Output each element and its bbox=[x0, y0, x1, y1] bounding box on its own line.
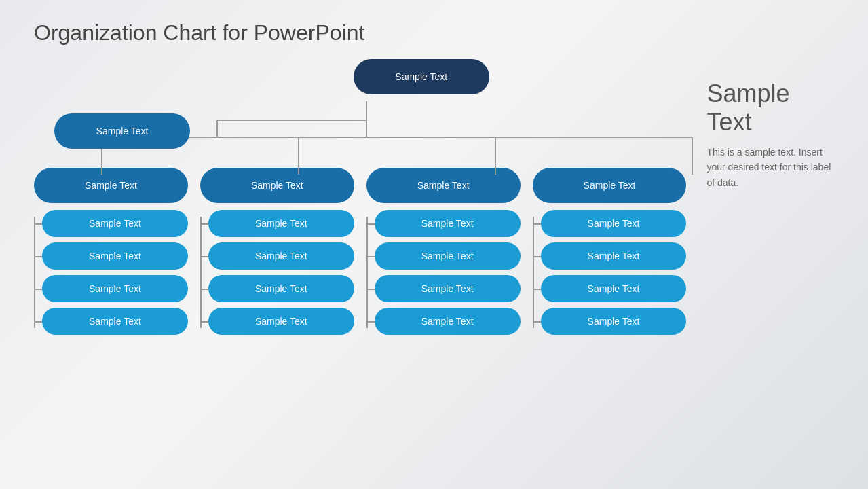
col-1-item-1[interactable]: Sample Text bbox=[42, 210, 188, 237]
column-2: Sample Text Sample Text Sample Text Samp… bbox=[200, 168, 354, 335]
col-4-item-1[interactable]: Sample Text bbox=[541, 210, 687, 237]
col-3-item-3[interactable]: Sample Text bbox=[375, 275, 521, 302]
columns-row: Sample Text Sample Text Sample Text Samp… bbox=[34, 168, 686, 335]
column-1: Sample Text Sample Text Sample Text Samp… bbox=[34, 168, 188, 335]
col-4-items: Sample Text Sample Text Sample Text Samp… bbox=[533, 210, 687, 335]
col-1-item-2[interactable]: Sample Text bbox=[42, 242, 188, 270]
col-3-item-4[interactable]: Sample Text bbox=[375, 308, 521, 335]
org-chart: Sample Text Sample Text Sample Text Samp… bbox=[34, 59, 686, 335]
side-panel-title: Sample Text bbox=[706, 79, 834, 137]
second-node-row: Sample Text bbox=[34, 113, 686, 149]
col-3-items: Sample Text Sample Text Sample Text Samp… bbox=[366, 210, 521, 335]
col-1-item-3[interactable]: Sample Text bbox=[42, 275, 188, 302]
col-2-item-1[interactable]: Sample Text bbox=[208, 210, 354, 237]
col-2-item-4[interactable]: Sample Text bbox=[208, 308, 354, 335]
col-2-header[interactable]: Sample Text bbox=[200, 168, 354, 203]
second-node[interactable]: Sample Text bbox=[54, 113, 190, 149]
col-2-item-2[interactable]: Sample Text bbox=[208, 242, 354, 270]
col-2-item-3[interactable]: Sample Text bbox=[208, 275, 354, 302]
page-title: Organization Chart for PowerPoint bbox=[34, 20, 834, 46]
col-4-item-4[interactable]: Sample Text bbox=[541, 308, 687, 335]
col-2-items: Sample Text Sample Text Sample Text Samp… bbox=[200, 210, 354, 335]
col-1-item-4[interactable]: Sample Text bbox=[42, 308, 188, 335]
top-node-row: Sample Text bbox=[34, 59, 686, 94]
page: Organization Chart for PowerPoint bbox=[0, 0, 868, 489]
col-4-header[interactable]: Sample Text bbox=[533, 168, 687, 203]
col-4-item-2[interactable]: Sample Text bbox=[541, 242, 687, 270]
col-3-item-1[interactable]: Sample Text bbox=[375, 210, 521, 237]
col-4-item-3[interactable]: Sample Text bbox=[541, 275, 687, 302]
side-panel-description: This is a sample text. Insert your desir… bbox=[706, 145, 834, 190]
col-1-header[interactable]: Sample Text bbox=[34, 168, 188, 203]
top-node[interactable]: Sample Text bbox=[354, 59, 489, 94]
column-3: Sample Text Sample Text Sample Text Samp… bbox=[366, 168, 521, 335]
col-3-item-2[interactable]: Sample Text bbox=[375, 242, 521, 270]
side-panel: Sample Text This is a sample text. Inser… bbox=[686, 59, 834, 335]
chart-area: Sample Text Sample Text Sample Text Samp… bbox=[34, 59, 834, 335]
col-1-items: Sample Text Sample Text Sample Text Samp… bbox=[34, 210, 188, 335]
col-3-header[interactable]: Sample Text bbox=[366, 168, 521, 203]
column-4: Sample Text Sample Text Sample Text Samp… bbox=[533, 168, 687, 335]
